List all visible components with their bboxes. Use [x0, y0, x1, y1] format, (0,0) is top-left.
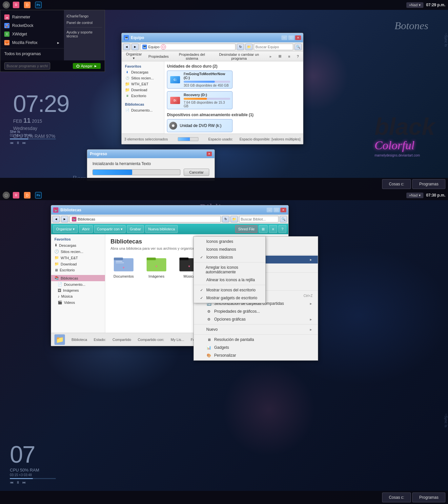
lib-forward-button[interactable]: ► — [61, 216, 68, 222]
minimize-button[interactable]: ─ — [281, 35, 287, 40]
progress-close-button[interactable]: ✕ — [207, 152, 212, 156]
ctx-nuevo[interactable]: Nuevo ► — [194, 326, 318, 333]
menu-item-rocketdock[interactable]: 🚀 RocketDock — [0, 21, 64, 30]
drive-c-item[interactable]: C: I'mGoingToMeetHerNow (C:) 303 GB disp… — [167, 71, 233, 89]
taskbar-icon-rainmeter[interactable]: R — [11, 1, 21, 9]
lib-burn-button[interactable]: Grabar — [127, 225, 144, 233]
shred-file-button[interactable]: Shred File — [235, 225, 257, 233]
folder-documentos[interactable]: ♥ Documentos — [111, 255, 137, 278]
show-gadgets-item[interactable]: ✓ Mostrar gadgets de escritorio — [194, 294, 265, 302]
auto-arrange-item[interactable]: Arreglar los iconos automáticamente — [194, 263, 265, 276]
address-path[interactable]: 💻 Equipo — [140, 44, 235, 50]
menu-right-icharlietango[interactable]: iCharlieTango — [67, 13, 102, 19]
menu-item-rainmeter[interactable]: ☁ Rainmeter — [0, 13, 64, 21]
menu-item-firefox[interactable]: 🦊 Mozilla Firefox ► — [0, 38, 64, 47]
lib-sidebar-videos[interactable]: 🎬 Videos — [51, 299, 105, 305]
organize-button[interactable]: Organizar ▾ — [123, 52, 145, 60]
lib-sidebar-images[interactable]: 🖼 Imágenes — [51, 287, 105, 293]
medium-icons-item[interactable]: Iconos medianos — [194, 245, 265, 253]
lib-address-path[interactable]: 📚 Bibliotecas — [70, 216, 221, 222]
search-button[interactable]: 🔍 — [295, 44, 302, 50]
start-button-2[interactable] — [3, 192, 10, 199]
libraries-titlebar[interactable]: 📚 Bibliotecas ─ □ ✕ — [51, 205, 288, 215]
lib-sidebar-downloads[interactable]: ⬇ Descargas — [51, 242, 105, 248]
programas-button-top[interactable]: Programas — [412, 179, 445, 189]
cosas-button-bottom[interactable]: Cosas c: — [382, 493, 411, 502]
properties-button[interactable]: Propiedades — [145, 52, 172, 60]
dvd-item[interactable]: Unidad de DVD RW (k:) — [167, 119, 233, 132]
bottom-play-icon[interactable]: ⏸ — [16, 480, 20, 484]
start-button[interactable] — [3, 1, 10, 9]
lib-sidebar-music[interactable]: ♪ Música — [51, 293, 105, 299]
lib-back-button[interactable]: ◄ — [52, 216, 60, 222]
bottom-next-icon[interactable]: ⏭ — [22, 480, 26, 484]
menu-item-xwidget[interactable]: X XWidget — [0, 30, 64, 38]
large-icons-item[interactable]: Iconos grandes — [194, 238, 265, 245]
align-grid-item[interactable]: Alinear los iconos a la rejilla — [194, 276, 265, 284]
folder-imagenes[interactable]: ♥ Imágenes — [143, 255, 170, 278]
lib-sidebar-desktop[interactable]: 🖥 Escritorio — [51, 267, 105, 273]
back-button[interactable]: ◄ — [123, 44, 130, 50]
lib-help-button[interactable]: ? — [278, 225, 286, 233]
lib-maximize-button[interactable]: □ — [274, 208, 279, 212]
lib-details-toggle[interactable]: ≡ — [269, 225, 277, 233]
ctx-resolution[interactable]: 🖥 Resolución de pantalla — [194, 336, 318, 344]
sidebar-wth[interactable]: 📁 WTH_E&T — [122, 81, 164, 87]
help-button[interactable]: ? — [294, 52, 302, 60]
ctx-personalizar[interactable]: 🎨 Personalizar — [194, 351, 318, 359]
forward-button[interactable]: ► — [132, 44, 139, 50]
lib-refresh-button[interactable]: ↻ — [222, 216, 229, 222]
refresh-button[interactable]: ↻ — [237, 44, 244, 50]
maximize-button[interactable]: □ — [288, 35, 294, 40]
next-icon[interactable]: ⏭ — [22, 141, 26, 145]
bottom-player-controls[interactable]: ⏮ ⏸ ⏭ — [10, 480, 56, 484]
ctx-gadgets[interactable]: 📊 Gadgets — [194, 344, 318, 351]
ctx-graphics-options[interactable]: ⚙ Opciones gráficas ► — [194, 315, 318, 323]
lib-sidebar-documents[interactable]: 📄 Documento... — [51, 281, 105, 287]
taskbar-icon2-ps[interactable]: Ps — [33, 192, 43, 199]
lib-close-button[interactable]: ✕ — [280, 208, 286, 212]
view-toggle-button[interactable]: ⊞ — [275, 52, 284, 60]
taskbar-icon2-rainmeter[interactable]: R — [11, 192, 21, 199]
lib-sidebar-download[interactable]: 📁 Download — [51, 261, 105, 267]
lib-view-toggle[interactable]: ⊞ — [259, 225, 268, 233]
ctx-graphics-props[interactable]: ⚙ Propiedades de gráficos... — [194, 307, 318, 315]
taskbar-icon-rocketdock[interactable]: D — [22, 1, 32, 9]
lib-sidebar-recent[interactable]: 🕐 Sitios recien... — [51, 248, 105, 255]
menu-right-help[interactable]: Ayuda y soporte técnico — [67, 29, 102, 39]
taskbar-icon-ps[interactable]: Ps — [33, 1, 43, 9]
sidebar-desktop[interactable]: 🖥 Escritorio — [122, 93, 164, 99]
explorer-search-input[interactable] — [254, 44, 293, 50]
lib-minimize-button[interactable]: ─ — [267, 208, 273, 212]
programas-button-bottom[interactable]: Programas — [412, 493, 445, 502]
lib-folders-toggle[interactable]: 📁 — [231, 216, 238, 222]
classic-icons-item[interactable]: ✓ Iconos clásicos — [194, 253, 265, 261]
sidebar-downloads[interactable]: ⬇ Descargas — [122, 69, 164, 75]
more-toolbar-button[interactable]: » — [266, 52, 274, 60]
system-properties-button[interactable]: Propiedades del sistema — [172, 52, 212, 60]
taskbar-icon2-rocketdock[interactable]: D — [22, 192, 32, 199]
menu-item-all-programs[interactable]: Todos los programas — [0, 50, 64, 58]
cancel-button[interactable]: Cancelar — [184, 169, 209, 176]
uninstall-button[interactable]: Desinstalar o cambiar un programa — [212, 52, 266, 60]
player-controls[interactable]: ⏮ ⏸ ⏭ — [10, 141, 56, 145]
sidebar-download[interactable]: 📁 Download — [122, 87, 164, 93]
shutdown-button[interactable]: ⏻ Apagar ► — [73, 63, 101, 69]
explorer-titlebar[interactable]: 💻 Equipo ─ □ ✕ — [122, 33, 303, 42]
lib-new-library-button[interactable]: Nueva biblioteca — [145, 225, 178, 233]
close-button[interactable]: ✕ — [295, 35, 301, 40]
details-toggle-button[interactable]: ≡ — [285, 52, 293, 60]
drive-d-item[interactable]: D: Recovery (D:) 7.64 GB disponibles de … — [167, 91, 233, 109]
lib-share-button[interactable]: Compartir con ▾ — [94, 225, 126, 233]
start-search-input[interactable] — [4, 62, 50, 70]
bottom-prev-icon[interactable]: ⏮ — [10, 480, 13, 484]
menu-right-panel[interactable]: Panel de control — [67, 19, 102, 26]
sidebar-recent[interactable]: 🕐 Sitios recien... — [122, 75, 164, 81]
lib-organize-button[interactable]: Organizar ▾ — [53, 225, 78, 233]
sidebar-documents[interactable]: 📄 Documento... — [122, 107, 164, 113]
folders-toggle[interactable]: 📁 — [245, 44, 253, 50]
play-icon[interactable]: ⏸ — [16, 141, 20, 145]
show-desktop-icons-item[interactable]: ✓ Mostrar iconos del escritorio — [194, 286, 265, 294]
cosas-button-top[interactable]: Cosas c: — [382, 179, 411, 189]
lib-search-button[interactable]: 🔍 — [280, 216, 287, 222]
